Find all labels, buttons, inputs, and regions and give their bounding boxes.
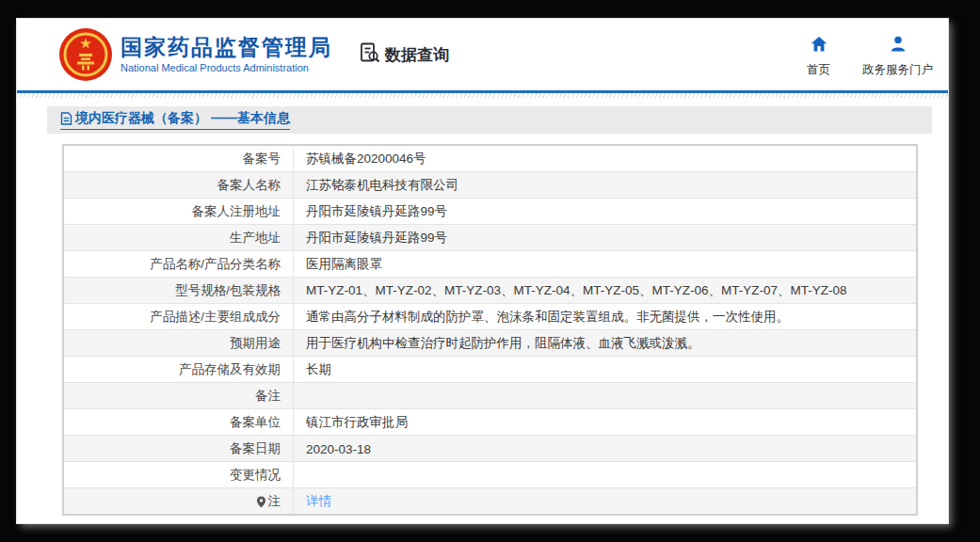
nav-item-home[interactable]: 首页 xyxy=(807,35,830,78)
row-label: 备案人名称 xyxy=(64,172,294,198)
table-row: 产品名称/产品分类名称 医用隔离眼罩 xyxy=(64,250,916,277)
row-value xyxy=(294,383,916,408)
row-value: 江苏铭泰机电科技有限公司 xyxy=(294,172,916,198)
title-inner: 境内医疗器械（备案） ——基本信息 xyxy=(60,110,290,130)
details-link[interactable]: 详情 xyxy=(306,493,331,510)
row-label: 产品名称/产品分类名称 xyxy=(64,251,294,277)
page-doc-icon xyxy=(60,112,72,125)
org-name-en: National Medical Products Administration xyxy=(120,61,332,74)
row-value: 用于医疗机构中检查治疗时起防护作用，阻隔体液、血液飞溅或泼溅。 xyxy=(294,330,916,356)
table-row-note: 注 详情 xyxy=(64,487,916,514)
row-label: 产品存储及有效期 xyxy=(64,357,294,382)
header-nav: 首页 政务服务门户 xyxy=(807,31,933,78)
table-row: 备案单位 镇江市行政审批局 xyxy=(64,408,916,435)
row-label: 备案单位 xyxy=(64,409,294,435)
row-label: 产品描述/主要组成成分 xyxy=(64,304,294,329)
pin-icon xyxy=(256,496,266,508)
row-label: 变更情况 xyxy=(64,462,294,487)
table-row: 型号规格/包装规格 MT-YZ-01、MT-YZ-02、MT-YZ-03、MT-… xyxy=(64,277,916,303)
record-table: 备案号 苏镇械备20200046号 备案人名称 江苏铭泰机电科技有限公司 备案人… xyxy=(62,144,918,516)
nav-item-label: 首页 xyxy=(807,62,830,78)
document-search-icon xyxy=(359,41,381,68)
row-value: 医用隔离眼罩 xyxy=(294,251,916,277)
row-value: 2020-03-18 xyxy=(294,436,916,461)
row-value: 丹阳市延陵镇丹延路99号 xyxy=(294,225,916,250)
table-row: 产品存储及有效期 长期 xyxy=(64,356,916,382)
row-value: 镇江市行政审批局 xyxy=(294,409,916,435)
row-value: 苏镇械备20200046号 xyxy=(294,146,916,171)
table-row: 备案人名称 江苏铭泰机电科技有限公司 xyxy=(64,171,916,198)
title-bar: 境内医疗器械（备案） ——基本信息 xyxy=(47,106,932,134)
data-query-nav[interactable]: 数据查询 xyxy=(359,41,449,68)
table-row: 产品描述/主要组成成分 通常由高分子材料制成的防护罩、泡沫条和固定装置组成。非无… xyxy=(64,303,916,329)
row-value: 丹阳市延陵镇丹延路99号 xyxy=(294,199,916,224)
row-label: 备注 xyxy=(64,383,294,408)
page-title: 境内医疗器械（备案） ——基本信息 xyxy=(75,110,290,127)
row-value: 详情 xyxy=(294,488,916,514)
row-label: 型号规格/包装规格 xyxy=(64,278,294,303)
hatch-stripe xyxy=(17,93,948,98)
user-icon xyxy=(889,35,908,57)
org-name-zh: 国家药品监督管理局 xyxy=(120,35,332,59)
table-row: 变更情况 xyxy=(64,461,916,487)
data-query-label: 数据查询 xyxy=(385,44,449,66)
row-value: MT-YZ-01、MT-YZ-02、MT-YZ-03、MT-YZ-04、MT-Y… xyxy=(294,278,916,303)
site-header: 国家药品监督管理局 National Medical Products Admi… xyxy=(17,19,948,90)
home-icon xyxy=(810,35,828,57)
row-label: 备案号 xyxy=(64,146,294,171)
row-value xyxy=(294,462,916,487)
table-row: 备案人注册地址 丹阳市延陵镇丹延路99号 xyxy=(64,198,916,224)
table-row: 备案日期 2020-03-18 xyxy=(64,435,916,461)
row-value: 长期 xyxy=(294,357,916,382)
national-emblem-icon xyxy=(59,28,112,81)
logo-text: 国家药品监督管理局 National Medical Products Admi… xyxy=(120,35,332,74)
nmpa-logo[interactable]: 国家药品监督管理局 National Medical Products Admi… xyxy=(59,28,332,81)
browser-page: 国家药品监督管理局 National Medical Products Admi… xyxy=(17,19,948,523)
row-label: 注 xyxy=(64,488,294,514)
table-row: 生产地址 丹阳市延陵镇丹延路99号 xyxy=(64,224,916,250)
nav-item-portal[interactable]: 政务服务门户 xyxy=(862,35,933,78)
row-label: 备案日期 xyxy=(64,436,294,461)
table-row: 备案号 苏镇械备20200046号 xyxy=(64,146,916,171)
row-label: 预期用途 xyxy=(64,330,294,356)
row-label: 生产地址 xyxy=(64,225,294,250)
nav-item-label: 政务服务门户 xyxy=(862,62,933,78)
table-row: 预期用途 用于医疗机构中检查治疗时起防护作用，阻隔体液、血液飞溅或泼溅。 xyxy=(64,329,916,356)
table-row: 备注 xyxy=(64,382,916,408)
row-label: 备案人注册地址 xyxy=(64,199,294,224)
row-value: 通常由高分子材料制成的防护罩、泡沫条和固定装置组成。非无菌提供，一次性使用。 xyxy=(294,304,916,329)
note-label: 注 xyxy=(268,493,281,510)
